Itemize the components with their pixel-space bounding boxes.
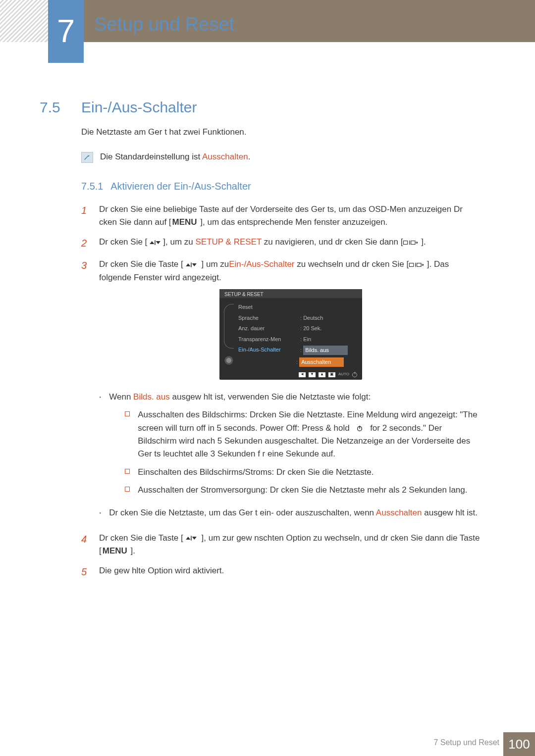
left-icon: ◄ (299, 372, 306, 377)
section-number: 7.5 (40, 96, 60, 119)
subsection-number: 7.5.1 (81, 181, 103, 192)
confirm-icon: ▣ (328, 372, 335, 377)
osd-values: . Deutsch 20 Sek. Ein Bilds. aus Ausscha… (300, 303, 359, 367)
step-2: 2 Dr cken Sie [], um zu SETUP & RESET zu… (81, 236, 482, 251)
svg-rect-1 (411, 241, 415, 244)
footer-label: 7 Setup und Reset (433, 737, 499, 749)
auto-label: AUTO (338, 371, 349, 377)
up-down-icon (147, 239, 163, 246)
chapter-number: 7 (57, 6, 75, 56)
step-4: 4 Dr cken Sie die Taste [ ], um zur gew … (81, 532, 482, 558)
footer: 7 Setup und Reset 100 (0, 732, 535, 756)
sub-3: Ausschalten der Stromversorgung: Dr cken… (125, 484, 482, 497)
content-area: Die Netztaste am Ger t hat zwei Funktion… (81, 126, 482, 587)
menu-key: MENU (172, 217, 197, 227)
sub-1: Ausschalten des Bildschirms: Drcken Sie … (125, 408, 482, 460)
osd-footer: ◄ ▼ ▲ ▣ AUTO (299, 371, 357, 377)
svg-rect-0 (404, 241, 408, 244)
osd-screenshot: SETUP & RESET Reset Sprache Anz. dauer T… (219, 289, 362, 380)
intro-text: Die Netztaste am Ger t hat zwei Funktion… (81, 126, 482, 139)
sub-2: Einschalten des Bildschirms/Stroms: Dr c… (125, 466, 482, 479)
subsection-heading: 7.5.1 Aktivieren der Ein-/Aus-Schalter (81, 179, 482, 194)
steps-list: 1 Dr cken Sie eine beliebige Taste auf d… (81, 203, 482, 580)
up-down-icon (183, 535, 199, 542)
down-icon: ▼ (309, 372, 316, 377)
subsection-title: Aktivieren der Ein-/Aus-Schalter (110, 181, 251, 192)
enter-icon (409, 261, 425, 268)
step-1: 1 Dr cken Sie eine beliebige Taste auf d… (81, 203, 482, 229)
gear-icon (224, 355, 234, 365)
step-5: 5 Die gew hlte Option wird aktiviert. (81, 564, 482, 580)
page-title: Setup und Reset (94, 10, 234, 39)
chapter-block: 7 (48, 0, 84, 63)
footer-page: 100 (503, 732, 535, 756)
osd-title: SETUP & RESET (219, 289, 362, 298)
power-icon (352, 372, 357, 377)
svg-rect-2 (410, 263, 414, 266)
step-3: 3 Dr cken Sie die Taste [ ] um zuEin-/Au… (81, 258, 482, 524)
osd-labels: Reset Sprache Anz. dauer Transparenz-Men… (238, 303, 300, 367)
note-icon (81, 152, 93, 163)
note-row: Die Standardeinstellung ist Ausschalten. (81, 151, 482, 163)
svg-rect-3 (417, 263, 421, 266)
menu-key: MENU (103, 546, 127, 555)
bullet-1: Wenn Bilds. aus ausgew hlt ist, verwende… (99, 391, 482, 502)
header-stripes (0, 0, 50, 42)
power-icon (352, 425, 368, 432)
section-title: Ein-/Aus-Schalter (81, 96, 197, 119)
up-icon: ▲ (319, 372, 325, 377)
enter-icon (403, 239, 419, 246)
bullet-list: Wenn Bilds. aus ausgew hlt ist, verwende… (99, 391, 482, 520)
bullet-2: Dr cken Sie die Netztaste, um das Ger t … (99, 506, 482, 519)
sub-list: Ausschalten des Bildschirms: Drcken Sie … (109, 408, 482, 497)
note-text: Die Standardeinstellung ist Ausschalten. (100, 151, 250, 163)
osd-arc-icon (224, 304, 234, 349)
up-down-icon (183, 261, 199, 268)
